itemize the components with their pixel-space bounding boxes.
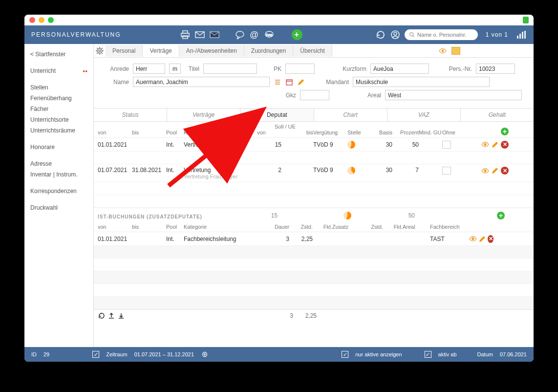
- kurzform-input[interactable]: [370, 64, 429, 74]
- pencil-icon[interactable]: [479, 235, 486, 243]
- pencil-icon[interactable]: [491, 167, 499, 174]
- deputat-table-row[interactable]: 01.07.2021 31.08.2021 Int. Vertretung Ve…: [94, 164, 534, 182]
- pk-input[interactable]: [285, 64, 315, 74]
- tab-abwesenheiten[interactable]: An-/Abwesenheiten: [179, 45, 244, 57]
- sidebar-item[interactable]: Druckwahl: [24, 202, 93, 213]
- list-icon[interactable]: [274, 78, 281, 86]
- app-title: PERSONALVERWALTUNG: [31, 31, 121, 38]
- areal-input[interactable]: [385, 90, 522, 100]
- pie-chart-icon: [347, 141, 355, 149]
- titel-label: Titel: [185, 65, 199, 72]
- sidebar-item[interactable]: Inventar | Instrum.: [24, 169, 93, 180]
- add-deputat-button[interactable]: +: [501, 128, 509, 135]
- sidebar-item[interactable]: Honorare: [24, 142, 93, 152]
- id-label: ID: [31, 351, 37, 357]
- stats-icon[interactable]: [516, 29, 527, 40]
- sidebar-item[interactable]: Unterrichtsorte: [24, 114, 93, 125]
- ohne-checkbox[interactable]: [442, 167, 451, 174]
- print-icon[interactable]: [180, 29, 191, 40]
- refresh-icon[interactable]: [375, 29, 386, 40]
- delete-button[interactable]: ✕: [488, 235, 494, 243]
- sidebar-item[interactable]: Ferienüberhang: [24, 93, 93, 104]
- app-bubble-icon[interactable]: App: [264, 29, 275, 40]
- svg-point-17: [442, 50, 444, 52]
- sidebar-item[interactable]: Fächer: [24, 104, 93, 114]
- eye-icon[interactable]: [439, 47, 447, 55]
- tab-uebersicht[interactable]: Übersicht: [293, 45, 332, 57]
- delete-button[interactable]: ✕: [501, 167, 509, 174]
- subtab-deputat[interactable]: Deputat: [240, 109, 314, 121]
- tab-vertraege[interactable]: Verträge: [143, 45, 179, 57]
- sms-bubble-icon[interactable]: [235, 29, 245, 40]
- calendar-icon[interactable]: [285, 78, 293, 86]
- nur-aktive-checkbox[interactable]: [342, 351, 348, 358]
- subtab-vertraege[interactable]: Verträge: [167, 109, 240, 121]
- note-icon[interactable]: [451, 47, 460, 55]
- ist-table-row[interactable]: 01.01.2021 Int. Fachbereichsleitung 3 2,…: [94, 232, 534, 246]
- mail-icon[interactable]: [194, 29, 205, 40]
- pencil-icon[interactable]: [297, 78, 305, 86]
- eye-icon[interactable]: [481, 167, 489, 174]
- header-bar: PERSONALVERWALTUNG @ App + 1 von 1: [24, 25, 534, 44]
- sub-tabs: Status Verträge Deputat Chart VAZ Gehalt: [94, 108, 534, 122]
- svg-point-21: [472, 238, 474, 240]
- svg-point-22: [203, 352, 207, 357]
- record-counter: 1 von 1: [486, 31, 508, 38]
- search-box[interactable]: [405, 29, 478, 40]
- aktiv-ab-label: aktiv ab: [438, 351, 457, 357]
- add-ist-button[interactable]: +: [497, 212, 505, 219]
- sidebar-item[interactable]: Stellen: [24, 82, 93, 93]
- areal-label: Areal: [352, 92, 381, 99]
- minimize-window[interactable]: [39, 17, 44, 23]
- svg-rect-18: [286, 80, 292, 85]
- tab-personal[interactable]: Personal: [106, 45, 143, 57]
- gkz-label: Gkz: [275, 92, 296, 99]
- sidebar-item[interactable]: Korrespondenzen: [24, 186, 93, 196]
- sidebar-back[interactable]: < Startfenster: [24, 49, 93, 60]
- eye-icon[interactable]: [469, 235, 477, 243]
- persnr-input[interactable]: [476, 64, 515, 74]
- name-input[interactable]: [133, 77, 270, 87]
- tab-zuordnungen[interactable]: Zuordnungen: [244, 45, 293, 57]
- deputat-table-head: von bis Pool Kategorie Soll / UE vonbis …: [94, 122, 534, 138]
- name-label: Name: [103, 79, 129, 86]
- deputat-table-row[interactable]: 01.01.2021 Int. Vertrag 15 TVöD 9 30 50: [94, 138, 534, 152]
- delete-button[interactable]: ✕: [501, 141, 509, 149]
- anrede-input[interactable]: [133, 64, 165, 74]
- subtab-status[interactable]: Status: [94, 109, 167, 121]
- aktiv-ab-checkbox[interactable]: [425, 351, 431, 358]
- sidebar-item[interactable]: Adresse: [24, 158, 93, 169]
- ist-table-head: von bis Pool Kategorie Dauer Zstd. Fkt. …: [94, 222, 534, 232]
- sidebar-item[interactable]: Unterricht●●: [24, 65, 93, 76]
- gkz-input[interactable]: [300, 90, 329, 100]
- eye-icon[interactable]: [481, 141, 489, 149]
- settings-gear-icon[interactable]: [94, 47, 106, 55]
- gear-icon[interactable]: [201, 350, 209, 358]
- subtab-gehalt[interactable]: Gehalt: [461, 109, 534, 121]
- mandant-input[interactable]: [353, 77, 490, 87]
- person-form: Anrede Titel PK Kurzform Pers.-Nr. Name: [94, 58, 534, 108]
- ohne-checkbox[interactable]: [442, 141, 451, 149]
- search-input[interactable]: [417, 32, 473, 38]
- titel-input[interactable]: [203, 64, 257, 74]
- mail-dark-icon[interactable]: [209, 29, 220, 40]
- kurzform-label: Kurzform: [337, 65, 366, 72]
- add-record-button[interactable]: +: [292, 29, 302, 40]
- zoom-window[interactable]: [48, 17, 54, 23]
- pie-chart-icon: [343, 212, 351, 219]
- svg-point-9: [394, 32, 397, 35]
- lock-icon: [523, 17, 529, 23]
- at-icon[interactable]: @: [249, 29, 260, 40]
- anrede-m-input[interactable]: [169, 64, 181, 74]
- search-icon: [409, 32, 414, 38]
- subtab-vaz[interactable]: VAZ: [387, 109, 461, 121]
- user-circle-icon[interactable]: [390, 29, 401, 40]
- close-window[interactable]: [29, 17, 35, 23]
- persnr-label: Pers.-Nr.: [433, 65, 472, 72]
- pencil-icon[interactable]: [491, 141, 499, 149]
- zeitraum-checkbox[interactable]: [92, 351, 99, 358]
- zeitraum-value: 01.07.2021 – 31.12.2021: [134, 351, 194, 357]
- subtab-chart[interactable]: Chart: [314, 109, 387, 121]
- sidebar-item[interactable]: Unterrichtsräume: [24, 125, 93, 136]
- app-window: PERSONALVERWALTUNG @ App + 1 von 1 < Sta…: [24, 15, 534, 362]
